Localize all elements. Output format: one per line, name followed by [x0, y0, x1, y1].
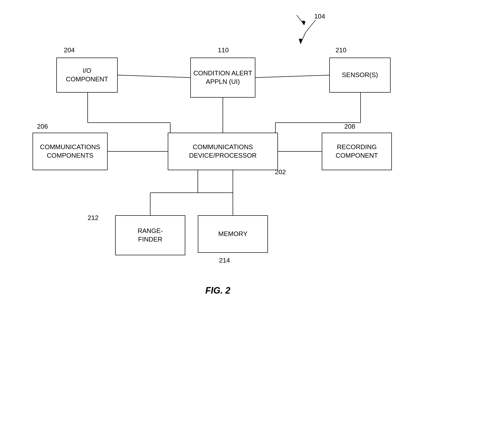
svg-line-19 — [297, 15, 304, 25]
comms-components-label: COMMUNICATIONS COMPONENTS — [36, 143, 105, 160]
figure-label: FIG. 2 — [205, 285, 230, 296]
ref-204: 204 — [64, 46, 75, 54]
ref-202: 202 — [275, 168, 286, 176]
comms-components-box: COMMUNICATIONS COMPONENTS — [33, 133, 108, 170]
comms-device-box: COMMUNICATIONSDEVICE/PROCESSOR — [168, 133, 278, 170]
condition-alert-label: CONDITION ALERT APPLN (UI) — [193, 69, 252, 86]
io-component-box: I/OCOMPONENT — [56, 58, 118, 93]
rangefinder-label: RANGE-FINDER — [137, 227, 163, 244]
memory-box: MEMORY — [198, 215, 268, 253]
ref-110: 110 — [218, 46, 229, 54]
ref-104: 104 — [314, 13, 325, 20]
condition-alert-box: CONDITION ALERT APPLN (UI) — [190, 58, 255, 98]
recording-component-box: RECORDINGCOMPONENT — [322, 133, 392, 170]
sensors-label: SENSOR(S) — [342, 71, 378, 79]
svg-line-0 — [305, 20, 315, 33]
ref-214: 214 — [219, 257, 230, 264]
ref-210: 210 — [336, 46, 346, 54]
ref-212: 212 — [88, 214, 98, 222]
io-component-label: I/OCOMPONENT — [66, 67, 108, 84]
svg-line-4 — [118, 75, 190, 78]
svg-marker-20 — [302, 21, 305, 25]
recording-component-label: RECORDINGCOMPONENT — [336, 143, 378, 160]
ref-208: 208 — [344, 123, 355, 130]
svg-marker-2 — [299, 39, 302, 44]
diagram-container: CONDITION ALERT APPLN (UI) I/OCOMPONENT … — [0, 0, 484, 448]
memory-label: MEMORY — [218, 230, 248, 238]
svg-line-8 — [255, 75, 331, 78]
comms-device-label: COMMUNICATIONSDEVICE/PROCESSOR — [189, 143, 257, 160]
ref-206: 206 — [37, 123, 48, 130]
svg-line-1 — [300, 33, 305, 44]
rangefinder-box: RANGE-FINDER — [115, 215, 185, 255]
sensors-box: SENSOR(S) — [329, 58, 391, 93]
